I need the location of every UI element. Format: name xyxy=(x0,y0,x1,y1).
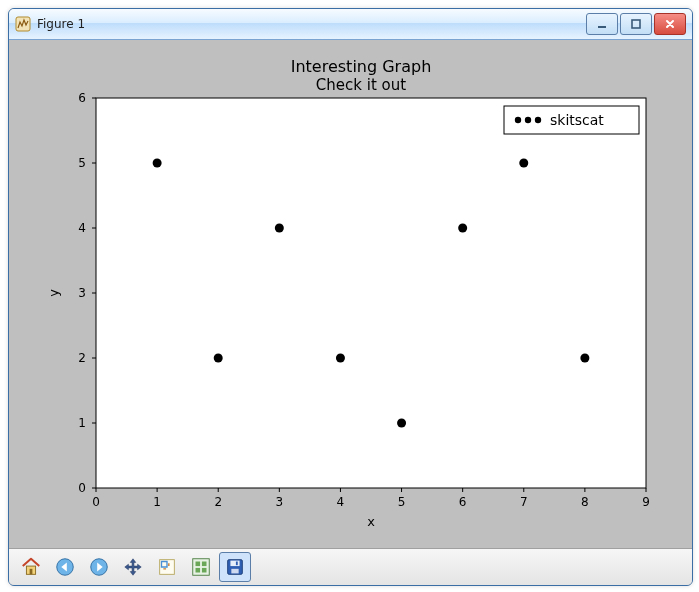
configure-subplots-button[interactable] xyxy=(185,552,217,582)
svg-text:0: 0 xyxy=(78,481,86,495)
svg-point-50 xyxy=(534,117,540,123)
chart-title: Interesting Graph xyxy=(290,57,431,76)
home-button[interactable] xyxy=(15,552,47,582)
pan-icon xyxy=(122,556,144,578)
svg-rect-64 xyxy=(236,562,238,566)
maximize-button[interactable] xyxy=(620,13,652,35)
svg-text:4: 4 xyxy=(78,221,86,235)
save-icon xyxy=(224,556,246,578)
svg-text:3: 3 xyxy=(78,286,86,300)
minimize-button[interactable] xyxy=(586,13,618,35)
svg-point-43 xyxy=(397,419,406,428)
svg-text:4: 4 xyxy=(336,495,344,509)
scatter-plot: Interesting Graph Check it out 0 1 xyxy=(26,48,676,540)
svg-point-41 xyxy=(274,224,283,233)
svg-text:5: 5 xyxy=(397,495,405,509)
legend: skitscat xyxy=(504,106,639,134)
save-button[interactable] xyxy=(219,552,251,582)
forward-icon xyxy=(88,556,110,578)
x-axis-label: x xyxy=(367,514,375,529)
svg-text:9: 9 xyxy=(642,495,650,509)
back-icon xyxy=(54,556,76,578)
pan-button[interactable] xyxy=(117,552,149,582)
figure-area: Interesting Graph Check it out 0 1 xyxy=(9,40,692,585)
window-controls xyxy=(586,13,686,35)
nav-toolbar xyxy=(9,548,692,585)
svg-rect-57 xyxy=(196,562,201,567)
svg-text:1: 1 xyxy=(78,416,86,430)
svg-rect-52 xyxy=(30,569,33,575)
svg-text:0: 0 xyxy=(92,495,100,509)
zoom-icon xyxy=(156,556,178,578)
svg-point-49 xyxy=(524,117,530,123)
svg-text:2: 2 xyxy=(214,495,222,509)
home-icon xyxy=(20,556,42,578)
svg-text:2: 2 xyxy=(78,351,86,365)
svg-text:7: 7 xyxy=(519,495,527,509)
forward-button[interactable] xyxy=(83,552,115,582)
svg-rect-62 xyxy=(230,561,239,567)
configure-icon xyxy=(190,556,212,578)
svg-rect-56 xyxy=(193,559,210,576)
svg-rect-2 xyxy=(632,20,640,28)
svg-point-48 xyxy=(514,117,520,123)
svg-point-40 xyxy=(213,354,222,363)
svg-text:6: 6 xyxy=(78,91,86,105)
svg-text:5: 5 xyxy=(78,156,86,170)
figure-window: Figure 1 xyxy=(8,8,693,586)
svg-rect-1 xyxy=(598,26,606,28)
svg-rect-4 xyxy=(96,98,646,488)
svg-rect-58 xyxy=(202,562,207,567)
svg-rect-59 xyxy=(196,568,201,573)
zoom-button[interactable] xyxy=(151,552,183,582)
svg-rect-63 xyxy=(231,569,238,574)
legend-entry: skitscat xyxy=(550,112,604,128)
svg-point-39 xyxy=(152,159,161,168)
plot-canvas[interactable]: Interesting Graph Check it out 0 1 xyxy=(26,48,676,540)
svg-text:3: 3 xyxy=(275,495,283,509)
y-axis-label: y xyxy=(46,289,61,297)
app-icon xyxy=(15,16,31,32)
back-button[interactable] xyxy=(49,552,81,582)
window-title: Figure 1 xyxy=(37,17,580,31)
svg-point-44 xyxy=(458,224,467,233)
svg-point-46 xyxy=(580,354,589,363)
svg-point-42 xyxy=(335,354,344,363)
titlebar[interactable]: Figure 1 xyxy=(9,9,692,40)
svg-text:6: 6 xyxy=(458,495,466,509)
svg-text:1: 1 xyxy=(153,495,161,509)
svg-text:8: 8 xyxy=(581,495,589,509)
close-button[interactable] xyxy=(654,13,686,35)
svg-rect-60 xyxy=(202,568,207,573)
chart-subtitle: Check it out xyxy=(315,76,405,94)
svg-point-45 xyxy=(519,159,528,168)
